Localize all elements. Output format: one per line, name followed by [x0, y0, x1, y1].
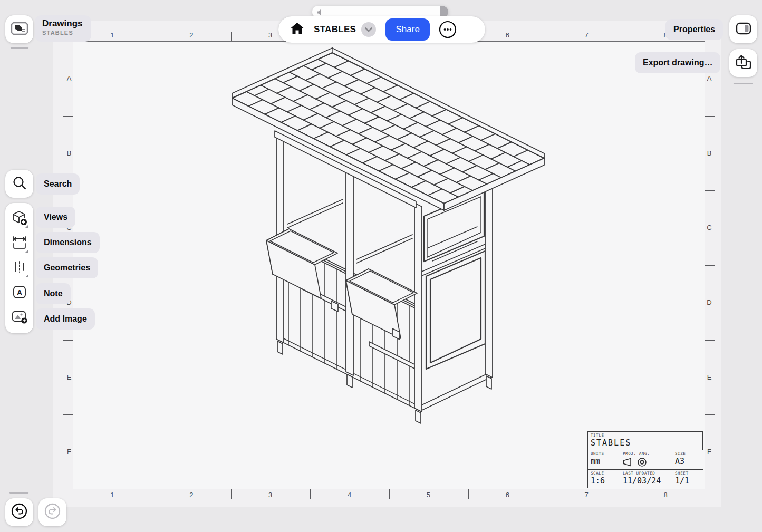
last-updated-cell: LAST UPDATED 11/03/24	[620, 470, 672, 488]
document-menu-button[interactable]	[361, 22, 376, 37]
more-options-button[interactable]	[438, 20, 457, 39]
dimensions-tooltip-label: Dimensions	[36, 232, 100, 253]
note-tooltip-label: Note	[36, 283, 71, 304]
export-share-icon	[735, 54, 752, 73]
projection-angle-cell: PROJ. ANG.	[620, 450, 672, 470]
ruler-col-label-top: 2	[186, 31, 197, 40]
title-block: TITLE STABLES UNITS mm PROJ. ANG. SIZE A…	[587, 431, 703, 488]
home-button[interactable]	[290, 22, 304, 37]
drawings-panel-header[interactable]: Drawings STABLES	[35, 15, 91, 42]
units-value: mm	[591, 457, 617, 467]
ruler-tick	[705, 414, 715, 415]
ruler-col-label-bottom: 8	[660, 491, 671, 499]
views-long-press-indicator	[25, 225, 28, 228]
ruler-tick	[705, 190, 715, 191]
views-tooltip-label: Views	[36, 207, 75, 228]
undo-icon	[11, 502, 28, 522]
export-drawing-tooltip-label: Export drawing…	[635, 52, 720, 73]
left-top-divider	[11, 47, 28, 49]
sidebar-panel-icon	[736, 22, 751, 37]
projection-angle-label: PROJ. ANG.	[623, 451, 669, 457]
search-button[interactable]	[5, 170, 33, 198]
undo-button[interactable]	[5, 498, 33, 526]
last-updated-label: LAST UPDATED	[623, 471, 669, 476]
sheet-number-label: SHEET	[675, 471, 700, 476]
ruler-tick	[63, 414, 73, 415]
ruler-tick	[626, 32, 626, 41]
ruler-tick	[152, 32, 152, 41]
ruler-tick	[63, 340, 73, 341]
ruler-row-label-right: D	[704, 298, 715, 307]
note-icon: A	[12, 284, 27, 302]
ruler-col-label-bottom: 4	[344, 491, 355, 499]
drawing-tools-group: A	[5, 203, 33, 333]
left-bottom-divider	[9, 492, 28, 494]
redo-button[interactable]	[38, 498, 66, 526]
size-label: SIZE	[675, 451, 700, 457]
add-image-tooltip-label: Add Image	[36, 308, 95, 330]
geometries-icon	[12, 259, 27, 277]
note-tool-button[interactable]: A	[5, 281, 33, 305]
last-updated-value: 11/03/24	[623, 476, 669, 486]
ruler-tick	[231, 32, 232, 41]
search-tooltip-label: Search	[36, 173, 80, 195]
dimensions-long-press-indicator	[25, 249, 28, 253]
properties-tooltip-label: Properties	[665, 19, 723, 40]
size-value: A3	[675, 457, 700, 467]
geometries-tooltip-label: Geometries	[36, 257, 98, 278]
units-cell: UNITS mm	[588, 450, 620, 470]
ellipsis-icon	[439, 21, 457, 38]
ruler-col-label-top: 3	[265, 31, 276, 40]
dimensions-icon	[12, 235, 27, 253]
ruler-col-label-top: 7	[581, 31, 592, 40]
ruler-col-label-top: 6	[502, 31, 513, 40]
geometries-long-press-indicator	[25, 274, 28, 277]
right-divider	[734, 83, 753, 84]
third-angle-projection-icon	[623, 457, 669, 467]
ruler-tick	[152, 489, 152, 499]
drawing-sheet-icon	[11, 21, 28, 38]
drawing-app: { "header": { "drawings_panel": { "title…	[0, 0, 762, 532]
units-label: UNITS	[591, 451, 617, 457]
svg-text:A: A	[16, 288, 22, 296]
ruler-tick	[547, 32, 547, 41]
chevron-down-icon	[365, 27, 372, 32]
ruler-tick	[231, 489, 232, 499]
size-cell: SIZE A3	[672, 450, 703, 470]
add-image-icon	[11, 309, 28, 327]
ruler-row-label-right: A	[704, 74, 715, 83]
title-value: STABLES	[591, 438, 700, 448]
sheet-number-cell: SHEET 1/1	[672, 470, 703, 488]
ruler-row-label-right: E	[704, 373, 715, 382]
ruler-tick	[389, 489, 390, 499]
sheet-number-value: 1/1	[675, 476, 700, 486]
scale-label: SCALE	[591, 471, 617, 476]
ruler-col-label-bottom: 1	[107, 491, 118, 499]
dimensions-tool-button[interactable]	[5, 231, 33, 256]
title-label: TITLE	[591, 433, 700, 438]
ruler-tick	[468, 489, 468, 499]
ruler-row-label-right: C	[704, 224, 715, 232]
drawings-panel-button[interactable]	[5, 15, 33, 43]
stable-isometric-drawing[interactable]	[73, 41, 705, 489]
geometries-tool-button[interactable]	[5, 256, 33, 280]
properties-panel-button[interactable]	[729, 15, 757, 43]
ruler-col-label-top: 1	[107, 31, 118, 40]
share-button[interactable]: Share	[385, 18, 430, 41]
scale-value: 1:6	[591, 476, 617, 486]
ruler-col-label-bottom: 5	[423, 491, 433, 499]
ruler-tick	[705, 116, 715, 117]
ruler-tick	[63, 116, 73, 117]
drawings-panel-title: Drawings	[42, 18, 83, 29]
ruler-tick	[626, 489, 626, 499]
ruler-row-label-right: B	[704, 149, 715, 158]
ruler-col-label-bottom: 6	[502, 491, 513, 499]
ruler-tick	[310, 489, 311, 499]
add-image-tool-button[interactable]	[5, 306, 33, 330]
ruler-tick	[705, 340, 715, 341]
search-icon	[12, 175, 27, 193]
redo-icon	[44, 502, 61, 522]
ruler-tick	[547, 489, 547, 499]
views-tool-button[interactable]	[5, 207, 33, 231]
export-drawing-button[interactable]	[729, 49, 757, 77]
